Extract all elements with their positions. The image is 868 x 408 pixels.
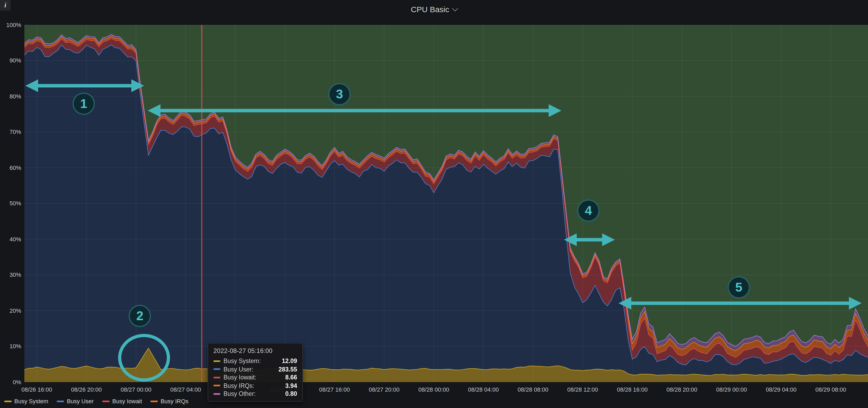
tooltip-row: Busy IRQs:3.94 xyxy=(213,382,297,389)
tooltip-series-label: Busy User: xyxy=(223,366,270,372)
legend-label: Busy System xyxy=(14,398,48,404)
panel-info-icon[interactable]: i xyxy=(0,0,10,10)
legend: Busy SystemBusy UserBusy IowaitBusy IRQs xyxy=(4,398,189,404)
x-tick-label: 08/29 00:00 xyxy=(708,386,755,393)
y-tick-label: 50% xyxy=(0,200,21,206)
panel-title[interactable]: CPU Basic xyxy=(411,5,457,14)
annotation-badge-1: 1 xyxy=(72,93,95,115)
x-tick-label: 08/26 20:00 xyxy=(62,386,110,393)
x-tick-label: 08/27 20:00 xyxy=(361,386,408,393)
x-tick-label: 08/27 00:00 xyxy=(112,386,160,393)
tooltip-series-value: 0.80 xyxy=(285,390,297,397)
tooltip-series-label: Busy Other: xyxy=(223,390,277,397)
tooltip-series-value: 8.66 xyxy=(285,374,297,380)
y-tick-label: 10% xyxy=(0,343,21,349)
panel-title-text: CPU Basic xyxy=(411,5,449,14)
series-swatch-icon xyxy=(213,368,220,370)
annotation-line xyxy=(202,25,202,382)
legend-label: Busy IRQs xyxy=(160,398,188,404)
y-tick-label: 20% xyxy=(0,307,21,313)
tooltip-series-label: Busy IRQs: xyxy=(223,382,277,389)
cpu-stacked-area-chart[interactable] xyxy=(24,25,868,382)
y-tick-label: 90% xyxy=(0,57,21,64)
tooltip-row: Busy Iowait:8.66 xyxy=(213,374,297,380)
annotation-badge-2: 2 xyxy=(129,305,151,327)
x-tick-label: 08/28 04:00 xyxy=(460,386,507,393)
tooltip-timestamp: 2022-08-27 05:16:00 xyxy=(213,347,297,354)
tooltip-series-value: 283.55 xyxy=(279,366,297,372)
grafana-cpu-panel: i CPU Basic 100%90%80%70%60%50%40%30%20%… xyxy=(0,0,868,408)
chevron-down-icon xyxy=(452,5,458,11)
y-tick-label: 60% xyxy=(0,164,21,171)
tooltip-row: Busy System:12.09 xyxy=(213,358,297,364)
series-swatch-icon xyxy=(213,360,220,362)
x-tick-label: 08/29 04:00 xyxy=(757,386,805,393)
tooltip-series-value: 3.94 xyxy=(285,382,297,389)
x-tick-label: 08/28 16:00 xyxy=(609,386,656,393)
x-tick-label: 08/28 00:00 xyxy=(410,386,458,393)
legend-item-busy-system[interactable]: Busy System xyxy=(4,398,48,404)
tooltip-row: Busy Other:0.80 xyxy=(213,390,297,397)
x-tick-label: 08/26 16:00 xyxy=(13,386,61,393)
legend-label: Busy User xyxy=(67,398,94,404)
annotation-badge-5: 5 xyxy=(728,276,750,299)
tooltip-row: Busy User:283.55 xyxy=(213,366,297,372)
legend-item-busy-user[interactable]: Busy User xyxy=(57,398,94,404)
x-tick-label: 08/28 08:00 xyxy=(509,386,557,393)
y-tick-label: 0% xyxy=(0,379,21,385)
y-tick-label: 70% xyxy=(0,129,21,135)
legend-swatch-icon xyxy=(57,400,64,402)
y-tick-label: 100% xyxy=(0,22,21,28)
series-swatch-icon xyxy=(213,376,220,378)
tooltip-series-value: 12.09 xyxy=(282,358,297,364)
x-tick-label: 08/28 20:00 xyxy=(658,386,706,393)
tooltip-series-label: Busy System: xyxy=(223,358,273,364)
x-tick-label: 08/29 08:00 xyxy=(807,386,855,393)
series-swatch-icon xyxy=(213,385,220,386)
legend-item-busy-irqs[interactable]: Busy IRQs xyxy=(150,398,188,404)
y-tick-label: 30% xyxy=(0,271,21,278)
legend-swatch-icon xyxy=(102,400,110,402)
chart-tooltip: 2022-08-27 05:16:00Busy System:12.09Busy… xyxy=(208,343,303,402)
series-swatch-icon xyxy=(213,393,220,395)
legend-item-busy-iowait[interactable]: Busy Iowait xyxy=(102,398,142,404)
x-tick-label: 08/27 16:00 xyxy=(311,386,358,393)
annotation-badge-4: 4 xyxy=(577,200,599,222)
y-tick-label: 80% xyxy=(0,93,21,99)
x-tick-label: 08/28 12:00 xyxy=(559,386,607,393)
annotation-badge-3: 3 xyxy=(328,83,350,105)
legend-swatch-icon xyxy=(4,400,12,402)
x-tick-label: 08/27 04:00 xyxy=(162,386,210,393)
legend-swatch-icon xyxy=(150,400,158,402)
y-tick-label: 40% xyxy=(0,236,21,242)
legend-label: Busy Iowait xyxy=(112,398,142,404)
tooltip-series-label: Busy Iowait: xyxy=(223,374,277,380)
